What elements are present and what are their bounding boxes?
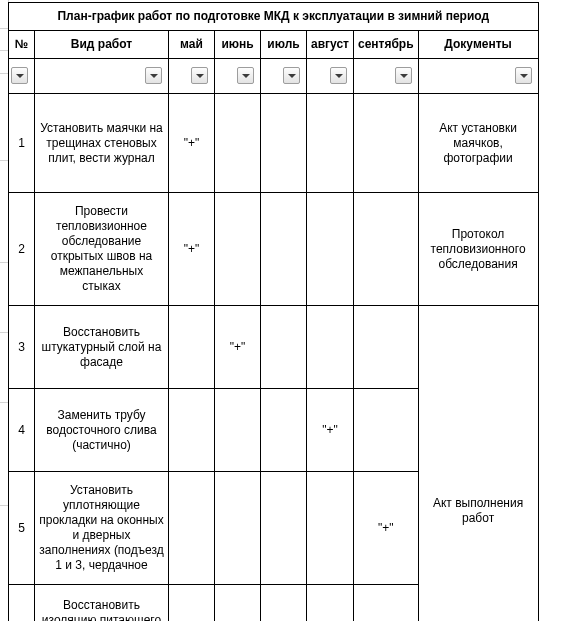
- cell-month[interactable]: [215, 472, 261, 585]
- header-docs: Документы: [418, 31, 538, 59]
- cell-month[interactable]: [215, 585, 261, 622]
- cell-no[interactable]: 6: [9, 585, 35, 622]
- cell-month[interactable]: [353, 306, 418, 389]
- cell-month[interactable]: [261, 472, 307, 585]
- cell-month[interactable]: [307, 306, 354, 389]
- cell-month[interactable]: [169, 306, 215, 389]
- filter-button[interactable]: [515, 67, 532, 84]
- cell-month[interactable]: [353, 389, 418, 472]
- cell-doc[interactable]: Протокол тепловизионного обследования: [418, 193, 538, 306]
- cell-doc[interactable]: Акт установки маячков, фотографии: [418, 94, 538, 193]
- filter-button[interactable]: [11, 67, 28, 84]
- cell-month[interactable]: [169, 389, 215, 472]
- cell-month[interactable]: [353, 585, 418, 622]
- cell-month[interactable]: [261, 389, 307, 472]
- table-row: 3Восстановить штукатурный слой на фасаде…: [9, 306, 539, 389]
- cell-no[interactable]: 2: [9, 193, 35, 306]
- cell-no[interactable]: 4: [9, 389, 35, 472]
- cell-doc[interactable]: Акт выполнения работ: [418, 306, 538, 622]
- cell-month[interactable]: [261, 585, 307, 622]
- spreadsheet-sheet: План-график работ по подготовке МКД к эк…: [0, 0, 583, 621]
- header-row: № Вид работ май июнь июль август сентябр…: [9, 31, 539, 59]
- cell-month[interactable]: [307, 193, 354, 306]
- cell-work[interactable]: Установить уплотняющие прокладки на окон…: [35, 472, 169, 585]
- header-no: №: [9, 31, 35, 59]
- cell-no[interactable]: 1: [9, 94, 35, 193]
- filter-button[interactable]: [145, 67, 162, 84]
- cell-month[interactable]: "+": [353, 472, 418, 585]
- cell-work[interactable]: Восстановить штукатурный слой на фасаде: [35, 306, 169, 389]
- header-month-june: июнь: [215, 31, 261, 59]
- cell-month[interactable]: [261, 306, 307, 389]
- cell-month[interactable]: "+": [307, 389, 354, 472]
- cell-month[interactable]: [307, 94, 354, 193]
- title-row: План-график работ по подготовке МКД к эк…: [9, 3, 539, 31]
- cell-month[interactable]: [261, 193, 307, 306]
- cell-month[interactable]: "+": [215, 306, 261, 389]
- cell-month[interactable]: [215, 193, 261, 306]
- cell-month[interactable]: [353, 94, 418, 193]
- cell-work[interactable]: Заменить трубу водосточного слива (части…: [35, 389, 169, 472]
- cell-month[interactable]: "+": [169, 193, 215, 306]
- cell-month[interactable]: "+": [169, 94, 215, 193]
- cell-no[interactable]: 3: [9, 306, 35, 389]
- cell-no[interactable]: 5: [9, 472, 35, 585]
- table-row: 1Установить маячки на трещинах стеновых …: [9, 94, 539, 193]
- header-month-july: июль: [261, 31, 307, 59]
- cell-month[interactable]: [169, 472, 215, 585]
- cell-month[interactable]: [307, 585, 354, 622]
- cell-month[interactable]: [215, 94, 261, 193]
- cell-work[interactable]: Провести тепловизионное обследование отк…: [35, 193, 169, 306]
- header-work: Вид работ: [35, 31, 169, 59]
- filter-row: [9, 59, 539, 94]
- filter-button[interactable]: [330, 67, 347, 84]
- cell-month[interactable]: [353, 193, 418, 306]
- table-row: 2Провести тепловизионное обследование от…: [9, 193, 539, 306]
- filter-button[interactable]: [283, 67, 300, 84]
- cell-month[interactable]: [215, 389, 261, 472]
- cell-work[interactable]: Установить маячки на трещинах стеновых п…: [35, 94, 169, 193]
- header-month-september: сентябрь: [353, 31, 418, 59]
- filter-button[interactable]: [395, 67, 412, 84]
- filter-button[interactable]: [237, 67, 254, 84]
- header-month-may: май: [169, 31, 215, 59]
- header-month-august: август: [307, 31, 354, 59]
- cell-month[interactable]: "+": [169, 585, 215, 622]
- cell-month[interactable]: [307, 472, 354, 585]
- schedule-table: План-график работ по подготовке МКД к эк…: [8, 2, 539, 621]
- cell-work[interactable]: Восстановить изоляцию питающего кабеля с…: [35, 585, 169, 622]
- cell-month[interactable]: [261, 94, 307, 193]
- table-title: План-график работ по подготовке МКД к эк…: [9, 3, 539, 31]
- filter-button[interactable]: [191, 67, 208, 84]
